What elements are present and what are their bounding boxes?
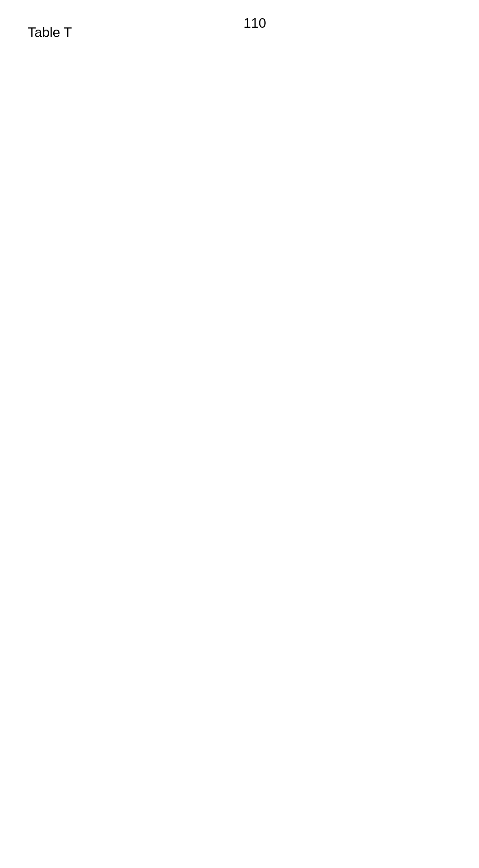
ref-110: 110 <box>244 16 266 31</box>
table-label: Table T <box>28 25 72 37</box>
curly-brace-top-icon <box>99 34 432 37</box>
